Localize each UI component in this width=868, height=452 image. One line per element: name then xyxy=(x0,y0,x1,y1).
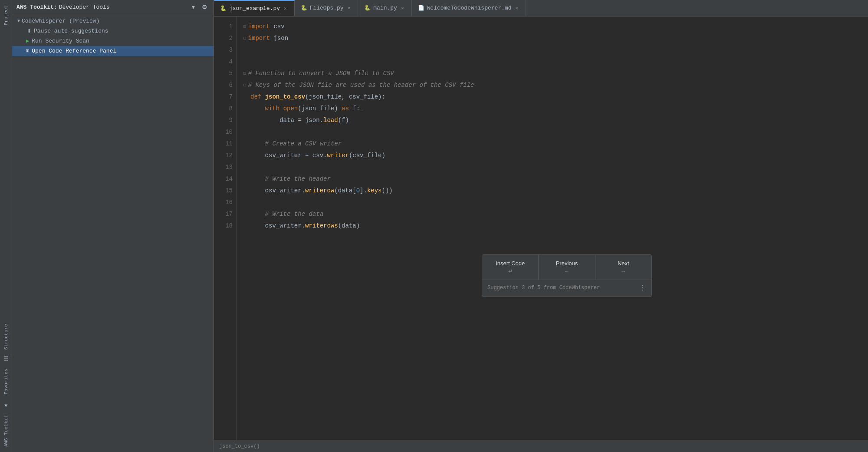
suggestion-buttons: Insert Code ↵ Previous ← Next → xyxy=(482,255,651,280)
sidebar-item-aws-toolkit[interactable]: AWS Toolkit xyxy=(2,410,10,452)
sidebar-tree: ▼ CodeWhisperer (Preview) ⏸ Pause auto-s… xyxy=(12,14,214,58)
code-editor[interactable]: ⊟import csv ⊟import json ⊟# Function to … xyxy=(237,16,868,440)
code-line-9: data = json.load(f) xyxy=(243,115,861,126)
sidebar-item-structure[interactable]: Structure xyxy=(2,319,10,355)
code-reference-icon: ⊞ xyxy=(26,48,29,54)
code-line-5: ⊟# Function to convert a JSON file to CS… xyxy=(243,68,861,79)
line-num-10: 10 xyxy=(214,126,233,138)
sidebar-header: AWS Toolkit: Developer Tools ▾ ⚙ xyxy=(12,0,214,14)
insert-code-label: Insert Code xyxy=(496,260,525,267)
editor-content: 1 2 3 4 5 6 7 8 9 10 11 12 13 14 15 16 1… xyxy=(214,16,868,440)
header-icons: ▾ ⚙ xyxy=(190,3,209,11)
next-button[interactable]: Next → xyxy=(595,255,651,280)
tab-fileops[interactable]: 🐍 FileOps.py ✕ xyxy=(295,0,358,16)
pause-icon: ⏸ xyxy=(26,28,31,34)
chevron-down-icon: ▼ xyxy=(17,19,20,23)
left-toolbar: Project Structure ⠿ Favorites ★ AWS Tool… xyxy=(0,0,12,452)
previous-button[interactable]: Previous ← xyxy=(539,255,595,280)
line-num-6: 6 xyxy=(214,79,233,91)
tab-main-close[interactable]: ✕ xyxy=(400,5,405,11)
tree-root-codewhisperer[interactable]: ▼ CodeWhisperer (Preview) xyxy=(12,16,214,26)
aws-toolkit-title: AWS Toolkit: xyxy=(16,4,57,10)
suggestion-footer: Suggestion 3 of 5 from CodeWhisperer ⋮ xyxy=(482,280,651,297)
sidebar-item-favorites[interactable]: Favorites xyxy=(2,363,10,399)
fold-icon-1[interactable]: ⊟ xyxy=(243,23,247,30)
tree-item-code-reference[interactable]: ⊞ Open Code Reference Panel xyxy=(12,46,214,56)
tab-welcome[interactable]: 📄 WelcomeToCodeWhisperer.md ✕ xyxy=(412,0,526,16)
line-num-5: 5 xyxy=(214,68,233,79)
structure-icon: ⠿ xyxy=(3,355,9,363)
line-num-7: 7 xyxy=(214,91,233,103)
code-line-7: def json_to_csv(json_file, csv_file): xyxy=(243,91,861,103)
code-line-13 xyxy=(243,162,861,173)
developer-tools-title: Developer Tools xyxy=(59,4,110,10)
tab-main[interactable]: 🐍 main.py ✕ xyxy=(358,0,411,16)
status-bar: json_to_csv() xyxy=(214,440,868,452)
line-num-14: 14 xyxy=(214,173,233,185)
insert-code-shortcut: ↵ xyxy=(508,268,513,274)
fold-icon-2[interactable]: ⊟ xyxy=(243,34,247,42)
python-file-icon-3: 🐍 xyxy=(364,5,371,11)
tab-fileops-close[interactable]: ✕ xyxy=(346,5,352,11)
line-num-11: 11 xyxy=(214,138,233,150)
code-line-18: csv_writer.writerows(data) xyxy=(243,220,861,232)
code-line-1: ⊟import csv xyxy=(243,21,861,33)
tab-main-label: main.py xyxy=(373,5,397,11)
main-editor-area: 🐍 json_example.py ✕ 🐍 FileOps.py ✕ 🐍 mai… xyxy=(214,0,868,452)
python-file-icon-2: 🐍 xyxy=(301,5,307,11)
tree-item-security-scan[interactable]: ▶ Run Security Scan xyxy=(12,36,214,46)
code-line-14: # Write the header xyxy=(243,173,861,185)
code-line-16 xyxy=(243,197,861,208)
tree-item-pause-label: Pause auto-suggestions xyxy=(34,28,108,34)
settings-btn[interactable]: ⚙ xyxy=(200,3,209,11)
line-num-9: 9 xyxy=(214,115,233,126)
code-line-17: # Write the data xyxy=(243,208,861,220)
code-line-10 xyxy=(243,126,861,138)
line-num-12: 12 xyxy=(214,150,233,162)
tab-welcome-close[interactable]: ✕ xyxy=(514,5,520,11)
md-file-icon: 📄 xyxy=(418,5,424,11)
status-text: json_to_csv() xyxy=(219,443,260,449)
dropdown-btn[interactable]: ▾ xyxy=(190,3,197,11)
tab-json-example-label: json_example.py xyxy=(229,5,280,12)
next-shortcut: → xyxy=(621,268,626,274)
fold-icon-6[interactable]: ⊟ xyxy=(243,81,247,89)
line-num-3: 3 xyxy=(214,44,233,56)
code-line-12: csv_writer = csv.writer(csv_file) xyxy=(243,150,861,162)
code-line-4 xyxy=(243,56,861,68)
next-label: Next xyxy=(618,260,629,267)
code-line-15: csv_writer.writerow(data[0].keys()) xyxy=(243,185,861,197)
tree-item-code-reference-label: Open Code Reference Panel xyxy=(32,48,116,54)
previous-label: Previous xyxy=(556,260,578,267)
tree-root-label: CodeWhisperer (Preview) xyxy=(22,18,99,24)
suggestion-popup: Insert Code ↵ Previous ← Next → Suggesti… xyxy=(482,254,652,297)
code-line-11: # Create a CSV writer xyxy=(243,138,861,150)
fold-icon-5[interactable]: ⊟ xyxy=(243,69,247,77)
tab-fileops-label: FileOps.py xyxy=(310,5,344,11)
play-icon: ▶ xyxy=(26,38,29,44)
tree-item-security-label: Run Security Scan xyxy=(32,38,89,44)
tab-bar: 🐍 json_example.py ✕ 🐍 FileOps.py ✕ 🐍 mai… xyxy=(214,0,868,16)
line-numbers: 1 2 3 4 5 6 7 8 9 10 11 12 13 14 15 16 1… xyxy=(214,16,237,440)
suggestion-count-text: Suggestion 3 of 5 from CodeWhisperer xyxy=(487,284,600,293)
suggestion-menu-button[interactable]: ⋮ xyxy=(639,283,646,294)
previous-shortcut: ← xyxy=(564,268,569,274)
python-file-icon: 🐍 xyxy=(220,5,227,12)
code-line-8: with open(json_file) as f:_ xyxy=(243,103,861,115)
line-num-4: 4 xyxy=(214,56,233,68)
line-num-17: 17 xyxy=(214,208,233,220)
favorites-star-icon: ★ xyxy=(4,400,8,409)
tab-json-example-close[interactable]: ✕ xyxy=(283,5,288,12)
sidebar-item-project[interactable]: Project xyxy=(2,0,10,30)
line-num-8: 8 xyxy=(214,103,233,115)
tree-item-pause[interactable]: ⏸ Pause auto-suggestions xyxy=(12,26,214,36)
line-num-18: 18 xyxy=(214,220,233,232)
code-line-2: ⊟import json xyxy=(243,33,861,44)
line-num-15: 15 xyxy=(214,185,233,197)
line-num-2: 2 xyxy=(214,33,233,44)
sidebar: AWS Toolkit: Developer Tools ▾ ⚙ ▼ CodeW… xyxy=(12,0,214,452)
insert-code-button[interactable]: Insert Code ↵ xyxy=(482,255,539,280)
line-num-16: 16 xyxy=(214,197,233,208)
tab-json-example[interactable]: 🐍 json_example.py ✕ xyxy=(214,0,295,16)
code-line-3 xyxy=(243,44,861,56)
